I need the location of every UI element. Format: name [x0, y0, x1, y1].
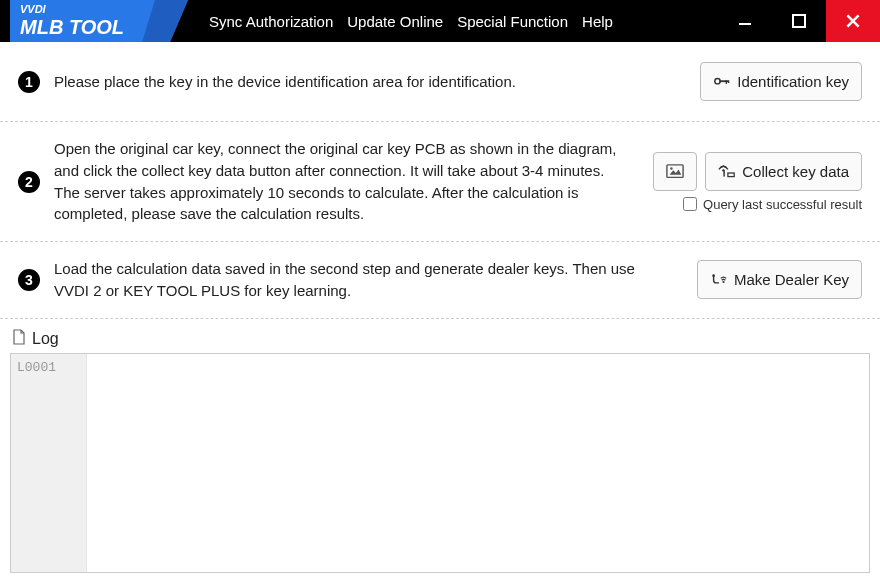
- image-icon: [666, 163, 684, 179]
- titlebar: VVDI MLB TOOL Sync Authorization Update …: [0, 0, 880, 42]
- step-1-text: Please place the key in the device ident…: [54, 71, 686, 93]
- svg-rect-10: [667, 165, 683, 178]
- menu-bar: Sync Authorization Update Online Special…: [195, 0, 718, 42]
- collect-key-data-label: Collect key data: [742, 163, 849, 180]
- menu-update[interactable]: Update Online: [347, 13, 443, 30]
- file-icon: [12, 329, 26, 349]
- log-gutter: L0001: [11, 354, 87, 572]
- identification-key-label: Identification key: [737, 73, 849, 90]
- window-controls: [718, 0, 880, 42]
- step-1-number: 1: [18, 71, 40, 93]
- step-2: 2 Open the original car key, connect the…: [0, 122, 880, 242]
- brand-top-text: VVDI: [20, 3, 47, 15]
- step-3-text: Load the calculation data saved in the s…: [54, 258, 683, 302]
- step-3-number: 3: [18, 269, 40, 291]
- app-logo: VVDI MLB TOOL: [0, 0, 195, 42]
- svg-rect-14: [724, 170, 725, 176]
- key-id-icon: [713, 74, 731, 90]
- log-body[interactable]: L0001: [10, 353, 870, 573]
- maximize-button[interactable]: [772, 0, 826, 42]
- svg-point-12: [670, 167, 673, 170]
- step-3: 3 Load the calculation data saved in the…: [0, 242, 880, 319]
- log-text-area[interactable]: [87, 354, 869, 572]
- svg-rect-8: [726, 81, 727, 85]
- query-last-result-row[interactable]: Query last successful result: [683, 197, 862, 212]
- make-dealer-key-label: Make Dealer Key: [734, 271, 849, 288]
- main-content: 1 Please place the key in the device ide…: [0, 42, 880, 573]
- log-title: Log: [32, 330, 59, 348]
- log-line-number: L0001: [17, 360, 80, 375]
- step-2-number: 2: [18, 171, 40, 193]
- make-key-icon: [710, 272, 728, 288]
- svg-marker-11: [670, 169, 682, 174]
- svg-point-16: [712, 274, 715, 277]
- menu-help[interactable]: Help: [582, 13, 613, 30]
- close-button[interactable]: [826, 0, 880, 42]
- show-diagram-button[interactable]: [653, 152, 697, 191]
- query-last-result-label: Query last successful result: [703, 197, 862, 212]
- collect-key-data-button[interactable]: Collect key data: [705, 152, 862, 191]
- make-dealer-key-button[interactable]: Make Dealer Key: [697, 260, 862, 299]
- identification-key-button[interactable]: Identification key: [700, 62, 862, 101]
- log-header: Log: [10, 325, 870, 353]
- svg-rect-15: [728, 173, 734, 177]
- svg-rect-3: [793, 15, 805, 27]
- wireless-icon: [718, 163, 736, 179]
- query-last-result-checkbox[interactable]: [683, 197, 697, 211]
- minimize-button[interactable]: [718, 0, 772, 42]
- menu-special[interactable]: Special Function: [457, 13, 568, 30]
- brand-bottom-text: MLB TOOL: [20, 16, 124, 38]
- svg-point-17: [722, 280, 724, 282]
- svg-rect-9: [728, 81, 729, 84]
- menu-sync[interactable]: Sync Authorization: [209, 13, 333, 30]
- step-2-text: Open the original car key, connect the o…: [54, 138, 639, 225]
- log-section: Log L0001: [0, 319, 880, 573]
- step-1: 1 Please place the key in the device ide…: [0, 42, 880, 122]
